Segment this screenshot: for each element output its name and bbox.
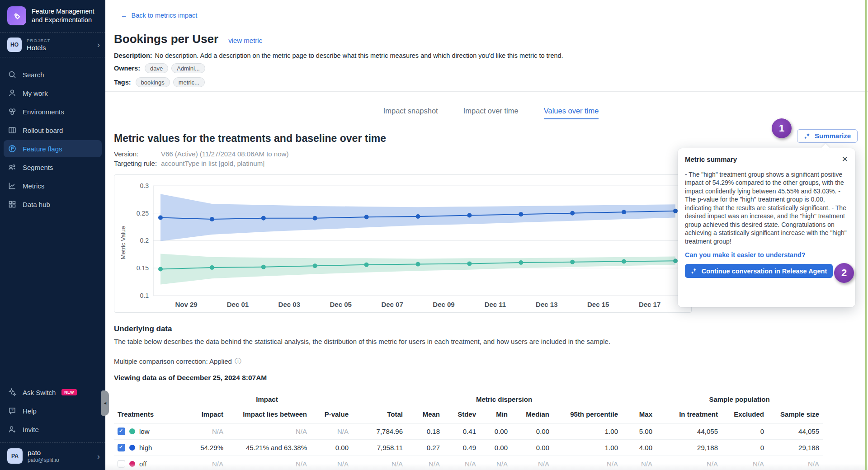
continue-in-release-agent-button[interactable]: Continue conversation in Release Agent bbox=[685, 264, 833, 278]
column-header-stdev: Stdev bbox=[443, 409, 480, 423]
sidebar-item-ask-switch[interactable]: Ask Switch NEW bbox=[4, 384, 102, 401]
sidebar-item-segments[interactable]: Segments bbox=[4, 159, 102, 176]
close-icon[interactable]: ✕ bbox=[842, 155, 848, 163]
sidebar-item-label: Environments bbox=[23, 108, 64, 116]
sidebar-item-rollout-board[interactable]: Rollout board bbox=[4, 122, 102, 139]
cell-max: 4.00 bbox=[622, 440, 656, 456]
flag-circle-icon bbox=[8, 144, 17, 153]
sidebar-item-my-work[interactable]: My work bbox=[4, 85, 102, 102]
sidebar-item-label: My work bbox=[23, 89, 48, 97]
treatment-checkbox-low[interactable] bbox=[118, 428, 125, 435]
y-tick-label: 0.3 bbox=[140, 182, 149, 189]
treatment-label: high bbox=[139, 444, 152, 451]
column-header-mean: Mean bbox=[406, 409, 443, 423]
project-selector[interactable]: HO PROJECT Hotels › bbox=[0, 33, 105, 57]
data-point-low[interactable] bbox=[158, 267, 163, 272]
column-header-excluded: Excluded bbox=[722, 409, 768, 423]
sidebar-bottom: Ask Switch NEW ? Help Invite PA pato pat… bbox=[0, 382, 105, 470]
data-point-low[interactable] bbox=[570, 260, 575, 264]
owner-chip[interactable]: Admini... bbox=[171, 63, 205, 73]
sparkle-icon bbox=[691, 268, 698, 274]
info-icon[interactable]: ⓘ bbox=[235, 357, 241, 366]
version-label: Version: bbox=[114, 150, 161, 158]
cell-p-value: N/A bbox=[311, 423, 352, 440]
data-point-low[interactable] bbox=[622, 259, 626, 264]
tab-impact-over-time[interactable]: Impact over time bbox=[463, 107, 519, 119]
sidebar-item-metrics[interactable]: Metrics bbox=[4, 177, 102, 194]
underlying-data-heading: Underlying data bbox=[114, 324, 868, 334]
treatment-checkbox-off[interactable] bbox=[118, 460, 125, 468]
owner-chip[interactable]: dave bbox=[145, 63, 168, 73]
tag-chip[interactable]: metric... bbox=[173, 77, 205, 87]
data-point-high[interactable] bbox=[519, 212, 523, 216]
tab-impact-snapshot[interactable]: Impact snapshot bbox=[383, 107, 438, 119]
popup-title: Metric summary bbox=[685, 155, 737, 163]
group-header-population: Sample population bbox=[656, 395, 823, 409]
sidebar-item-data-hub[interactable]: Data hub bbox=[4, 196, 102, 213]
data-point-high[interactable] bbox=[570, 211, 575, 216]
summarize-button[interactable]: Summarize bbox=[797, 129, 858, 143]
underlying-data-table: ImpactMetric dispersionSample population… bbox=[114, 395, 823, 470]
data-point-high[interactable] bbox=[261, 216, 266, 221]
data-point-high[interactable] bbox=[364, 215, 369, 219]
sidebar-item-search[interactable]: Search bbox=[4, 66, 102, 83]
back-link[interactable]: ← Back to metrics impact bbox=[121, 12, 197, 19]
sidebar-item-invite[interactable]: Invite bbox=[4, 421, 102, 438]
data-point-high[interactable] bbox=[210, 217, 214, 221]
data-point-low[interactable] bbox=[210, 265, 214, 270]
easier-to-understand-link[interactable]: Can you make it easier to understand? bbox=[685, 251, 848, 258]
tab-values-over-time[interactable]: Values over time bbox=[544, 107, 599, 119]
sidebar-item-label: Help bbox=[23, 407, 37, 415]
arrow-left-icon: ← bbox=[121, 12, 127, 19]
cell-95th-percentile: 1.00 bbox=[553, 440, 622, 456]
data-point-high[interactable] bbox=[313, 216, 317, 221]
avatar: PA bbox=[7, 448, 23, 464]
view-metric-link[interactable]: view metric bbox=[228, 37, 262, 44]
viewing-data-timestamp: Viewing data as of December 25, 2024 8:0… bbox=[114, 374, 868, 382]
column-header-impact: Impact bbox=[182, 409, 227, 423]
data-point-high[interactable] bbox=[673, 209, 678, 213]
data-point-high[interactable] bbox=[416, 214, 420, 219]
description-row: Description:No description. Add a descri… bbox=[114, 52, 868, 59]
table-row-high: high54.29%45.21% and 63.38%0.007,958.110… bbox=[114, 440, 823, 456]
project-name: Hotels bbox=[27, 44, 51, 52]
cell-sample-size: 29,188 bbox=[768, 440, 823, 456]
treatment-label: off bbox=[139, 460, 146, 468]
screenshot-edge-line bbox=[865, 0, 867, 470]
sidebar-item-help[interactable]: ? Help bbox=[4, 402, 102, 419]
sidebar-collapse-handle[interactable]: ◄ bbox=[101, 390, 109, 416]
sidebar-item-label: Invite bbox=[23, 426, 39, 433]
data-point-high[interactable] bbox=[158, 215, 163, 220]
data-point-low[interactable] bbox=[673, 258, 678, 263]
data-point-low[interactable] bbox=[313, 263, 317, 268]
user-name: pato bbox=[28, 449, 59, 456]
data-point-low[interactable] bbox=[364, 263, 369, 267]
group-header-dispersion: Metric dispersion bbox=[352, 395, 656, 409]
data-point-low[interactable] bbox=[261, 265, 266, 269]
tag-chip[interactable]: bookings bbox=[136, 77, 170, 87]
project-label: PROJECT bbox=[27, 38, 51, 43]
cell-in-treatment: 44,055 bbox=[656, 423, 722, 440]
user-menu[interactable]: PA pato pato@split.io › bbox=[0, 442, 105, 470]
treatment-color-dot bbox=[129, 428, 135, 434]
sidebar-item-environments[interactable]: Environments bbox=[4, 103, 102, 120]
cell-in-treatment: N/A bbox=[656, 456, 722, 470]
sidebar-item-feature-flags[interactable]: Feature flags bbox=[4, 140, 102, 157]
column-header-min: Min bbox=[480, 409, 511, 423]
column-header-impact-lies-between: Impact lies between bbox=[227, 409, 311, 423]
user-email: pato@split.io bbox=[28, 457, 59, 463]
cell-min: N/A bbox=[480, 456, 511, 470]
cell-p-value: N/A bbox=[311, 456, 352, 470]
data-point-low[interactable] bbox=[519, 260, 523, 265]
data-point-low[interactable] bbox=[467, 261, 472, 266]
x-tick-label: Dec 15 bbox=[587, 301, 609, 308]
data-point-high[interactable] bbox=[467, 213, 472, 218]
data-point-high[interactable] bbox=[622, 210, 626, 214]
data-point-low[interactable] bbox=[416, 262, 420, 267]
treatment-checkbox-high[interactable] bbox=[118, 444, 125, 451]
targeting-rule-value: accountType in list [gold, platinum] bbox=[161, 160, 264, 167]
cell-max: N/A bbox=[622, 456, 656, 470]
split-logo-icon bbox=[7, 6, 26, 25]
section-heading: Metric values for the treatments and bas… bbox=[114, 132, 868, 145]
sparkle-icon bbox=[804, 132, 811, 140]
